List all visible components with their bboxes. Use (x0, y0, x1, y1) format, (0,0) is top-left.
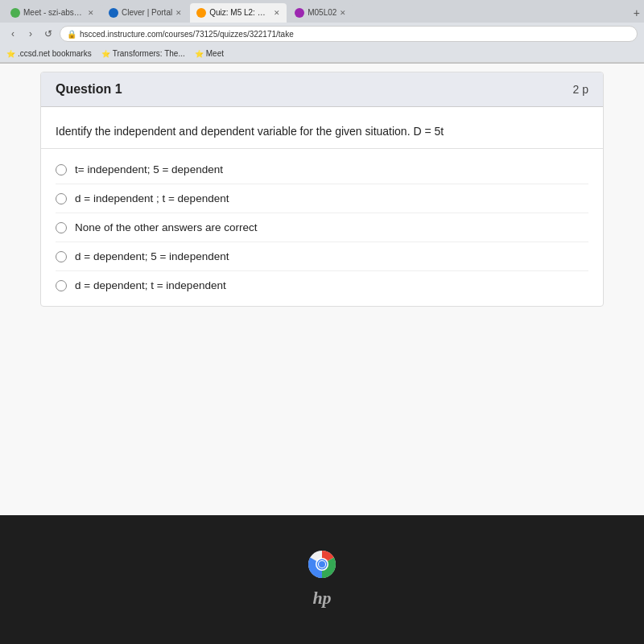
new-tab-button[interactable]: + (634, 6, 640, 19)
bookmark-item-0[interactable]: ⭐ .ccsd.net bookmarks (6, 49, 92, 58)
bookmark-item-1[interactable]: ⭐ Transformers: The... (101, 49, 185, 58)
bezel-bottom: hp (0, 515, 644, 644)
bookmark-label-1: Transformers: The... (113, 49, 185, 58)
answer-option-answer-c[interactable]: None of the other answers are correct (56, 213, 588, 242)
radio-button-answer-d[interactable] (56, 251, 67, 262)
page-content: Question 1 2 p Identify the independent … (0, 64, 644, 515)
tab-favicon-meet-tab (10, 8, 20, 18)
tab-label-meet-tab: Meet - szi-absn-mam (23, 8, 85, 17)
answer-option-answer-a[interactable]: t= independent; 5 = dependent (56, 155, 588, 184)
laptop-body: Meet - szi-absn-mam ✕ Clever | Portal ✕ … (0, 0, 644, 644)
answer-text-answer-c: None of the other answers are correct (75, 221, 258, 233)
tab-label-clever-tab: Clever | Portal (122, 8, 172, 17)
bookmark-icon-1: ⭐ (101, 50, 110, 58)
question-header: Question 1 2 p (41, 72, 603, 107)
tab-label-quiz-tab: Quiz: M5 L2: Review Quiz (209, 8, 270, 17)
radio-button-answer-b[interactable] (56, 193, 67, 204)
question-points: 2 p (573, 83, 588, 96)
tab-label-m05-tab: M05L02 (308, 8, 336, 17)
tab-favicon-quiz-tab (196, 8, 206, 18)
bookmark-label-0: .ccsd.net bookmarks (18, 49, 92, 58)
browser-chrome: Meet - szi-absn-mam ✕ Clever | Portal ✕ … (0, 0, 644, 64)
quiz-card: Question 1 2 p Identify the independent … (40, 72, 604, 307)
answer-text-answer-e: d = dependent; t = independent (75, 279, 226, 291)
question-body: Identify the independent and dependent v… (41, 107, 603, 149)
question-text: Identify the independent and dependent v… (56, 123, 588, 140)
browser-tab-quiz-tab[interactable]: Quiz: M5 L2: Review Quiz ✕ (190, 3, 287, 23)
address-bar-row: ‹ › ↺ 🔒 hscced.instructure.com/courses/7… (0, 23, 644, 45)
bookmarks-bar: ⭐ .ccsd.net bookmarks ⭐ Transformers: Th… (0, 45, 644, 63)
svg-point-5 (319, 561, 325, 568)
radio-button-answer-a[interactable] (56, 164, 67, 175)
address-box[interactable]: 🔒 hscced.instructure.com/courses/73125/q… (60, 26, 638, 42)
question-title: Question 1 (56, 82, 122, 97)
radio-button-answer-e[interactable] (56, 280, 67, 291)
answer-options: t= independent; 5 = dependent d = indepe… (41, 149, 603, 306)
tab-close-quiz-tab[interactable]: ✕ (274, 9, 280, 17)
tab-close-meet-tab[interactable]: ✕ (88, 9, 94, 17)
bookmark-label-2: Meet (206, 49, 224, 58)
tab-close-clever-tab[interactable]: ✕ (175, 9, 182, 17)
browser-tab-meet-tab[interactable]: Meet - szi-absn-mam ✕ (4, 3, 101, 23)
chrome-logo (308, 551, 336, 581)
answer-option-answer-e[interactable]: d = dependent; t = independent (56, 271, 588, 299)
answer-text-answer-b: d = independent ; t = dependent (75, 192, 229, 204)
bookmark-icon-2: ⭐ (195, 50, 204, 58)
tab-bar: Meet - szi-absn-mam ✕ Clever | Portal ✕ … (0, 0, 644, 23)
answer-text-answer-a: t= independent; 5 = dependent (75, 163, 223, 175)
url-text: hscced.instructure.com/courses/73125/qui… (80, 30, 294, 39)
screen: Meet - szi-absn-mam ✕ Clever | Portal ✕ … (0, 0, 644, 515)
hp-logo: hp (312, 588, 331, 609)
bookmark-item-2[interactable]: ⭐ Meet (195, 49, 224, 58)
browser-tab-clever-tab[interactable]: Clever | Portal ✕ (102, 3, 188, 23)
forward-button[interactable]: › (24, 27, 37, 40)
answer-text-answer-d: d = dependent; 5 = independent (75, 250, 229, 262)
radio-button-answer-c[interactable] (56, 222, 67, 233)
tab-favicon-clever-tab (109, 8, 118, 18)
answer-option-answer-d[interactable]: d = dependent; 5 = independent (56, 242, 588, 271)
tab-close-m05-tab[interactable]: ✕ (340, 9, 346, 17)
reload-button[interactable]: ↺ (42, 27, 55, 40)
tab-favicon-m05-tab (295, 8, 304, 18)
bookmark-icon-0: ⭐ (6, 50, 15, 58)
browser-tab-m05-tab[interactable]: M05L02 ✕ (288, 3, 353, 23)
back-button[interactable]: ‹ (6, 27, 19, 40)
answer-option-answer-b[interactable]: d = independent ; t = dependent (56, 184, 588, 213)
